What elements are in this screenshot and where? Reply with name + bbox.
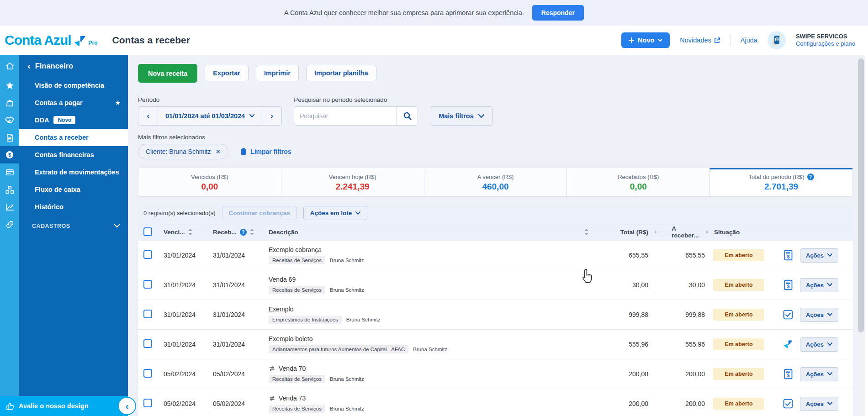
invoice-icon[interactable]: $ — [783, 250, 793, 261]
description-cell: Exemplo Empréstimos de InstituiçõesBruna… — [269, 305, 584, 324]
due-date-cell: 31/01/2024 — [164, 341, 213, 348]
combinar-cobrancas-button[interactable]: Combinar cobranças — [222, 206, 297, 220]
account-settings-link[interactable]: Configurações e plano — [796, 40, 855, 47]
summary-card-vencem-hoje-r-[interactable]: Vencem hoje (R$) 2.241,39 — [281, 168, 424, 196]
svg-text:$: $ — [787, 254, 789, 259]
row-checkbox[interactable] — [143, 339, 152, 348]
row-checkbox[interactable] — [143, 280, 152, 289]
store-icon[interactable] — [0, 94, 19, 111]
filter-chip-cliente[interactable]: Cliente: Bruna Schmitz ✕ — [138, 144, 228, 159]
pinned-star-icon[interactable]: ★ — [115, 99, 121, 106]
period-next-button[interactable]: › — [262, 107, 281, 125]
col-recebimento[interactable]: Receb...? — [213, 229, 269, 236]
col-total[interactable]: Total (R$) — [601, 229, 651, 236]
svg-text:$: $ — [787, 284, 789, 289]
nova-receita-button[interactable]: Nova receita — [138, 64, 197, 83]
search-input[interactable] — [294, 107, 397, 125]
row-checkbox[interactable] — [143, 369, 152, 378]
summary-card-a-vencer-r-[interactable]: A vencer (R$) 460,00 — [424, 168, 567, 196]
sort-icon[interactable] — [188, 229, 192, 235]
svg-text:$: $ — [776, 38, 778, 42]
sidebar-item-vis-o-de-compet-ncia[interactable]: Visão de competência — [19, 77, 128, 94]
scrollbar-thumb[interactable] — [858, 58, 864, 332]
billing-sent-icon[interactable] — [783, 399, 793, 409]
client-name: Bruna Schmitz — [330, 258, 364, 263]
remove-chip-icon[interactable]: ✕ — [215, 148, 221, 155]
sidebar-item-contas-a-receber[interactable]: Contas a receber — [19, 129, 128, 146]
sidebar-section-financeiro[interactable]: ‹ Financeiro — [19, 55, 128, 77]
sort-icon[interactable] — [584, 229, 588, 235]
select-all-checkbox[interactable] — [143, 227, 152, 236]
clear-filters-link[interactable]: Limpar filtros — [240, 148, 291, 155]
billing-sent-icon[interactable] — [783, 310, 793, 320]
handshake-icon[interactable] — [0, 111, 19, 129]
client-name: Bruna Schmitz — [346, 317, 381, 322]
sidebar-item-fluxo-de-caixa[interactable]: Fluxo de caixa — [19, 181, 128, 198]
exportar-button[interactable]: Exportar — [205, 65, 249, 81]
row-checkbox[interactable] — [143, 310, 152, 318]
row-checkbox[interactable] — [143, 250, 152, 259]
ajuda-link[interactable]: Ajuda — [741, 37, 757, 44]
summary-card-total-do-per-odo-r-[interactable]: Total do período (R$)? 2.701,39 — [709, 168, 852, 196]
external-link-icon — [714, 37, 720, 43]
chart-icon[interactable] — [0, 198, 19, 216]
help-icon[interactable]: ? — [807, 174, 814, 180]
sort-icon[interactable] — [250, 229, 254, 235]
col-descricao-sort[interactable] — [584, 229, 601, 235]
recurring-icon — [269, 366, 275, 372]
table-row: 05/02/2024 05/02/2024 Venda 73 Receitas … — [138, 389, 853, 416]
responder-button[interactable]: Responder — [532, 5, 584, 21]
row-title: Exemplo boleto — [269, 335, 313, 342]
col-situacao[interactable]: Situação — [708, 229, 776, 236]
period-value-dropdown[interactable]: 01/01/2024 até 01/03/2024 — [158, 107, 262, 125]
col-vencimento[interactable]: Venci... — [164, 229, 213, 236]
acoes-button[interactable]: Ações — [800, 337, 838, 352]
sidebar-item-extrato-de-movimenta-es[interactable]: Extrato de movimentações — [19, 163, 128, 181]
contaazul-logo[interactable]: Conta Azul Pro — [5, 33, 98, 47]
imprimir-button[interactable]: Imprimir — [256, 65, 299, 81]
acoes-button[interactable]: Ações — [800, 308, 838, 322]
more-filters-button[interactable]: Mais filtros — [430, 106, 493, 126]
period-prev-button[interactable]: ‹ — [138, 107, 158, 125]
importar-planilha-button[interactable]: Importar planilha — [306, 65, 376, 81]
contaazul-brand-icon[interactable] — [783, 340, 793, 349]
acoes-em-lote-button[interactable]: Ações em lote — [303, 206, 368, 220]
sidebar-item-dda[interactable]: DDANovo — [19, 111, 128, 129]
summary-card-recebidos-r-[interactable]: Recebidos (R$) 0,00 — [566, 168, 709, 196]
cash-flow-icon[interactable] — [0, 181, 19, 198]
novidades-link[interactable]: Novidades — [680, 37, 720, 44]
bank-statement-icon[interactable] — [0, 163, 19, 181]
vertical-scrollbar[interactable] — [857, 55, 865, 416]
acoes-button[interactable]: Ações — [800, 278, 838, 292]
category-tag: Receitas de Serviços — [269, 405, 325, 413]
summary-card-vencidos-r-[interactable]: Vencidos (R$) 0,00 — [138, 168, 281, 196]
description-cell: Exemplo cobrança Receitas de ServiçosBru… — [269, 246, 584, 264]
dollar-icon[interactable]: $ — [0, 146, 19, 163]
novo-button[interactable]: Novo — [621, 32, 670, 48]
star-icon[interactable] — [0, 77, 19, 94]
receipt-icon[interactable] — [0, 129, 19, 146]
svg-text:$: $ — [787, 373, 789, 378]
invoice-icon[interactable]: $ — [783, 279, 793, 290]
home-icon[interactable] — [0, 55, 19, 77]
sidebar-item-contas-financeiras[interactable]: Contas financeiras — [19, 146, 128, 163]
acoes-button[interactable]: Ações — [800, 367, 838, 381]
acoes-button[interactable]: Ações — [800, 248, 838, 263]
link-icon[interactable] — [0, 216, 19, 233]
sidebar-item-hist-rico[interactable]: Histórico — [19, 198, 128, 216]
invoice-icon[interactable]: $ — [783, 369, 793, 379]
received-date-cell: 31/01/2024 — [213, 281, 269, 289]
sort-icon[interactable] — [655, 229, 656, 235]
col-descricao[interactable]: Descrição — [269, 229, 584, 236]
col-total-sort[interactable]: A receber... — [651, 225, 708, 239]
help-icon[interactable]: ? — [240, 229, 247, 236]
avatar[interactable]: $ — [767, 31, 786, 49]
row-checkbox[interactable] — [143, 399, 152, 407]
sidebar-item-contas-a-pagar[interactable]: Contas a pagar★ — [19, 94, 128, 111]
novo-badge: Novo — [53, 116, 75, 124]
search-button[interactable] — [397, 107, 418, 125]
rate-design-bar[interactable]: Avalie o nosso design ‹ — [0, 396, 128, 416]
collapse-sidebar-button[interactable]: ‹ — [118, 397, 136, 415]
sidebar-item-cadastros[interactable]: CADASTROS — [19, 217, 128, 235]
acoes-button[interactable]: Ações — [800, 397, 838, 411]
